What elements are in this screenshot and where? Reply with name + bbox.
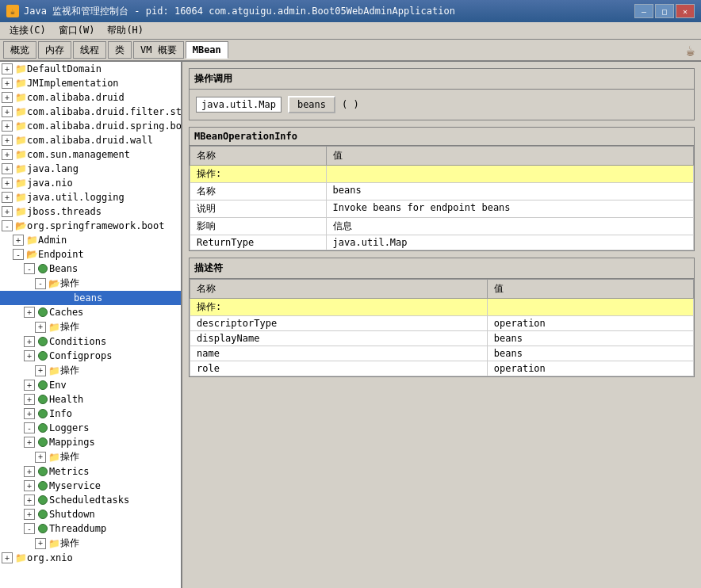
folder-icon: 📁 (14, 91, 27, 104)
close-button[interactable]: ✕ (676, 4, 695, 18)
folder-icon: 📁 (14, 552, 27, 564)
item-icon (59, 292, 71, 304)
tree-item-org.springframework.boot[interactable]: -📂org.springframework.boot (0, 219, 181, 233)
tree-item-Conditions[interactable]: +Conditions (0, 334, 181, 349)
mbean-info-section: MBeanOperationInfo 名称 值 操作:名称beans说明Invo… (189, 127, 695, 251)
tree-expand-操作_configprops[interactable]: + (35, 365, 46, 376)
menu-help[interactable]: 帮助(H) (101, 22, 150, 39)
tree-label-Configprops: Configprops (49, 350, 112, 361)
tree-expand-Health[interactable]: + (24, 394, 35, 405)
tree-expand-Admin[interactable]: + (13, 235, 24, 246)
tree-item-操作_configprops[interactable]: +📁操作 (0, 363, 181, 378)
tree-item-Admin[interactable]: +📁Admin (0, 233, 181, 247)
desc-table: 名称 值 操作:descriptorTypeoperationdisplayNa… (190, 279, 694, 376)
tree-expand-com.alibaba.druid.spring.boot.au[interactable]: + (2, 120, 13, 132)
tree-item-com.alibaba.druid.wall[interactable]: +📁com.alibaba.druid.wall (0, 133, 181, 147)
tree-item-org.xnio[interactable]: +📁org.xnio (0, 551, 181, 565)
tree-item-com.alibaba.druid[interactable]: +📁com.alibaba.druid (0, 90, 181, 105)
tree-expand-DefaultDomain[interactable]: + (2, 63, 13, 74)
folder-icon: 📁 (14, 105, 27, 118)
tree-item-com.alibaba.druid.spring.boot.au[interactable]: +📁com.alibaba.druid.spring.boot.au (0, 119, 181, 133)
op-return-type: java.util.Map (196, 97, 282, 113)
tree-expand-Conditions[interactable]: + (24, 336, 35, 347)
tree-expand-java.nio[interactable]: + (2, 178, 13, 189)
op-invoke-button[interactable]: beans (288, 96, 335, 113)
tab-memory[interactable]: 内存 (38, 41, 71, 59)
tree-item-Mappings[interactable]: +Mappings (0, 435, 181, 449)
maximize-button[interactable]: □ (655, 4, 674, 18)
tree-expand-Configprops[interactable]: + (24, 350, 35, 361)
tree-expand-Loggers[interactable]: - (24, 422, 35, 433)
tree-item-Threaddump[interactable]: -Threaddump (0, 521, 181, 536)
tree-label-Endpoint: Endpoint (38, 249, 84, 260)
folder-icon: 📂 (14, 220, 27, 232)
tree-item-com.alibaba.druid.filter.stat[interactable]: +📁com.alibaba.druid.filter.stat (0, 105, 181, 119)
tree-expand-com.alibaba.druid.filter.stat[interactable]: + (2, 106, 13, 117)
tree-expand-Metrics[interactable]: + (24, 466, 35, 477)
tree-expand-java.lang[interactable]: + (2, 163, 13, 174)
minimize-button[interactable]: — (634, 4, 653, 18)
tree-item-Beans[interactable]: -Beans (0, 262, 181, 276)
tree-item-DefaultDomain[interactable]: +📁DefaultDomain (0, 62, 181, 76)
tree-expand-beans_item[interactable] (46, 292, 57, 304)
tree-label-Conditions: Conditions (49, 336, 106, 347)
tree-expand-Myservice[interactable]: + (24, 480, 35, 491)
window-title: Java 监视和管理控制台 - pid: 16064 com.atguigu.a… (24, 5, 455, 18)
tab-vm[interactable]: VM 概要 (133, 41, 184, 59)
tree-expand-Info[interactable]: + (24, 408, 35, 419)
desc-section-title: 描述符 (190, 258, 694, 279)
tree-expand-操作_beans[interactable]: - (35, 278, 46, 289)
table-row: ReturnTypejava.util.Map (190, 235, 694, 250)
tree-item-Myservice[interactable]: +Myservice (0, 479, 181, 493)
tree-expand-Endpoint[interactable]: - (13, 249, 24, 260)
tree-expand-com.sun.management[interactable]: + (2, 149, 13, 160)
tree-label-Info: Info (49, 408, 72, 419)
tab-threads[interactable]: 线程 (73, 41, 106, 59)
tree-item-Health[interactable]: +Health (0, 392, 181, 407)
tree-item-Metrics[interactable]: +Metrics (0, 464, 181, 479)
tree-expand-jboss.threads[interactable]: + (2, 206, 13, 217)
tree-item-Endpoint[interactable]: -📂Endpoint (0, 247, 181, 262)
tree-item-操作_caches[interactable]: +📁操作 (0, 319, 181, 334)
tree-expand-org.xnio[interactable]: + (2, 552, 13, 563)
tree-expand-操作_caches[interactable]: + (35, 322, 46, 333)
tree-expand-Mappings[interactable]: + (24, 437, 35, 448)
tree-item-java.nio[interactable]: +📁java.nio (0, 176, 181, 190)
tree-expand-Caches[interactable]: + (24, 307, 35, 318)
tab-mbean[interactable]: MBean (186, 41, 228, 59)
tree-expand-com.alibaba.druid.wall[interactable]: + (2, 135, 13, 146)
tree-expand-org.springframework.boot[interactable]: - (2, 220, 13, 231)
tree-expand-Scheduledtasks[interactable]: + (24, 494, 35, 506)
menu-window[interactable]: 窗口(W) (52, 22, 102, 39)
tree-item-Scheduledtasks[interactable]: +Scheduledtasks (0, 493, 181, 507)
tree-item-com.sun.management[interactable]: +📁com.sun.management (0, 147, 181, 162)
tree-panel[interactable]: +📁DefaultDomain+📁JMImplementation+📁com.a… (0, 62, 182, 588)
tree-item-操作_beans[interactable]: -📂操作 (0, 276, 181, 291)
tree-expand-Beans[interactable]: - (24, 263, 35, 274)
tree-item-Shutdown[interactable]: +Shutdown (0, 507, 181, 521)
tab-overview[interactable]: 概览 (3, 41, 36, 59)
menu-connect[interactable]: 连接(C) (3, 22, 52, 39)
tree-item-java.lang[interactable]: +📁java.lang (0, 162, 181, 176)
tab-classes[interactable]: 类 (108, 41, 132, 59)
tree-expand-Threaddump[interactable]: - (24, 523, 35, 534)
tree-item-操作_threaddump[interactable]: +📁操作 (0, 536, 181, 551)
tree-item-jboss.threads[interactable]: +📁jboss.threads (0, 204, 181, 219)
tree-item-beans_item[interactable]: beans (0, 291, 181, 305)
tree-item-Caches[interactable]: +Caches (0, 305, 181, 319)
folder-icon: 📁 (14, 148, 27, 161)
tree-item-操作_mappings[interactable]: +📁操作 (0, 449, 181, 464)
tree-expand-JMImplementation[interactable]: + (2, 78, 13, 89)
tree-item-Info[interactable]: +Info (0, 407, 181, 421)
tree-expand-Env[interactable]: + (24, 380, 35, 391)
tree-item-Configprops[interactable]: +Configprops (0, 349, 181, 363)
tree-expand-操作_mappings[interactable]: + (35, 452, 46, 463)
tree-expand-com.alibaba.druid[interactable]: + (2, 92, 13, 103)
tree-item-java.util.logging[interactable]: +📁java.util.logging (0, 190, 181, 204)
tree-expand-Shutdown[interactable]: + (24, 509, 35, 520)
tree-item-Env[interactable]: +Env (0, 378, 181, 392)
tree-item-Loggers[interactable]: -Loggers (0, 421, 181, 435)
tree-item-JMImplementation[interactable]: +📁JMImplementation (0, 76, 181, 90)
tree-expand-java.util.logging[interactable]: + (2, 192, 13, 203)
tree-expand-操作_threaddump[interactable]: + (35, 538, 46, 549)
